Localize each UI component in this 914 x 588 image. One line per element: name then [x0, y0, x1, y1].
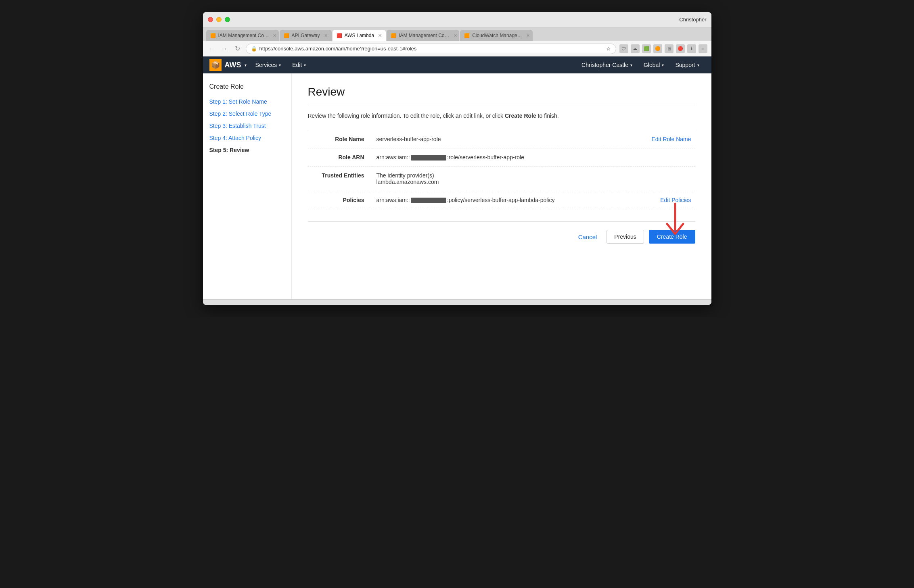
tab-favicon-3: 🟥 — [337, 33, 342, 38]
reload-button[interactable]: ↻ — [233, 44, 243, 54]
url-text: https://console.aws.amazon.com/iam/home?… — [259, 46, 604, 52]
content-description: Review the following role information. T… — [308, 112, 695, 120]
sidebar-title: Create Role — [209, 83, 285, 90]
table-row-role-name: Role Name serverless-buffer-app-role Edi… — [308, 130, 695, 148]
edit-role-name-link[interactable]: Edit Role Name — [651, 136, 691, 142]
sidebar-step-4[interactable]: Step 4: Attach Policy — [209, 135, 285, 141]
extension-icon-6[interactable]: 🔴 — [676, 44, 685, 53]
scrollbar[interactable] — [203, 299, 711, 305]
action-bar: Cancel Previous Create Role — [308, 221, 695, 248]
step3-num: Step 3: — [209, 123, 227, 129]
services-menu[interactable]: Services ▾ — [250, 56, 287, 73]
step3-label: Establish Trust — [229, 123, 266, 129]
tab-iam-2[interactable]: 🟧 IAM Management Co… ✕ — [387, 30, 459, 41]
tab-label-1: IAM Management Co… — [218, 33, 269, 38]
tab-label-5: CloudWatch Manage… — [472, 33, 522, 38]
forward-button[interactable]: → — [220, 44, 230, 54]
cancel-button[interactable]: Cancel — [573, 230, 602, 244]
sidebar-step-2[interactable]: Step 2: Select Role Type — [209, 111, 285, 117]
maximize-button[interactable] — [225, 17, 230, 22]
arn-suffix: :role/serverless-buffer-app-role — [447, 154, 524, 161]
action-trusted-entities — [631, 167, 695, 191]
tab-iam-1[interactable]: 🟧 IAM Management Co… ✕ — [206, 30, 279, 41]
services-label: Services — [255, 62, 277, 68]
sidebar-step-1[interactable]: Step 1: Set Role Name — [209, 98, 285, 105]
bookmark-icon[interactable]: ☆ — [606, 46, 611, 52]
aws-dropdown-icon[interactable]: ▾ — [245, 63, 247, 67]
tab-favicon-1: 🟧 — [210, 33, 216, 38]
value-policies: arn:aws:iam::XXXXXXXXXX:policy/serverles… — [372, 191, 631, 209]
close-button[interactable] — [208, 17, 213, 22]
extension-icon-2[interactable]: ☁ — [631, 44, 640, 53]
main-layout: Create Role Step 1: Set Role Name Step 2… — [203, 73, 711, 299]
value-trusted-entities: The identity provider(s)lambda.amazonaws… — [372, 167, 631, 191]
policy-redacted: XXXXXXXXXX — [411, 198, 446, 203]
policy-suffix: :policy/serverless-buffer-app-lambda-pol… — [447, 197, 555, 203]
tab-label-4: IAM Management Co… — [399, 33, 449, 38]
tab-label-3: AWS Lambda — [345, 33, 374, 38]
previous-button[interactable]: Previous — [607, 230, 644, 244]
aws-logo[interactable]: 📦 AWS ▾ — [209, 59, 247, 71]
user-label: Christopher Castle — [581, 62, 628, 68]
review-table: Role Name serverless-buffer-app-role Edi… — [308, 130, 695, 209]
tab-close-3[interactable]: ✕ — [378, 33, 382, 38]
policy-prefix: arn:aws:iam:: — [376, 197, 410, 203]
url-bar[interactable]: 🔒 https://console.aws.amazon.com/iam/hom… — [246, 44, 616, 54]
browser-user-label: Christopher — [679, 17, 706, 23]
region-label: Global — [644, 62, 660, 68]
tab-api-gateway[interactable]: 🟧 API Gateway ✕ — [280, 30, 332, 41]
tab-close-1[interactable]: ✕ — [273, 33, 276, 38]
region-menu[interactable]: Global ▾ — [638, 56, 669, 73]
aws-cube-icon: 📦 — [209, 59, 222, 71]
table-row-policies: Policies arn:aws:iam::XXXXXXXXXX:policy/… — [308, 191, 695, 209]
extension-icon-4[interactable]: 🟠 — [653, 44, 662, 53]
tab-lambda[interactable]: 🟥 AWS Lambda ✕ — [333, 30, 386, 41]
step5-num: Step 5: — [209, 147, 228, 153]
edit-caret-icon: ▾ — [304, 63, 306, 67]
edit-menu[interactable]: Edit ▾ — [287, 56, 312, 73]
aws-nav-right: Christopher Castle ▾ Global ▾ Support ▾ — [576, 56, 705, 73]
browser-toolbar: 🛡 ☁ 🟩 🟠 🖥 🔴 ℹ ≡ — [619, 44, 707, 53]
services-caret-icon: ▾ — [279, 63, 281, 67]
step4-num: Step 4: — [209, 135, 227, 141]
desc-plain: Review the following role information. T… — [308, 113, 505, 119]
label-role-arn: Role ARN — [308, 148, 372, 167]
aws-brand-text: AWS — [225, 61, 241, 69]
arn-redacted: XXXXXXXXXX — [411, 155, 446, 161]
tab-close-5[interactable]: ✕ — [526, 33, 530, 38]
arn-prefix: arn:aws:iam:: — [376, 154, 410, 161]
label-policies: Policies — [308, 191, 372, 209]
support-caret-icon: ▾ — [697, 63, 699, 67]
tab-bar: 🟧 IAM Management Co… ✕ 🟧 API Gateway ✕ 🟥… — [203, 27, 711, 41]
tab-cloudwatch[interactable]: 🟧 CloudWatch Manage… ✕ — [460, 30, 533, 41]
step4-label: Attach Policy — [228, 135, 261, 141]
extension-icon-7[interactable]: ℹ — [687, 44, 696, 53]
tab-close-4[interactable]: ✕ — [454, 33, 457, 38]
sidebar-step-3[interactable]: Step 3: Establish Trust — [209, 123, 285, 129]
extension-icon-3[interactable]: 🟩 — [642, 44, 651, 53]
back-button[interactable]: ← — [207, 44, 217, 54]
step2-num: Step 2: — [209, 111, 227, 117]
tab-favicon-4: 🟧 — [391, 33, 396, 38]
menu-icon[interactable]: ≡ — [699, 44, 707, 53]
user-caret-icon: ▾ — [630, 63, 632, 67]
action-role-arn — [631, 148, 695, 167]
label-trusted-entities: Trusted Entities — [308, 167, 372, 191]
table-row-trusted-entities: Trusted Entities The identity provider(s… — [308, 167, 695, 191]
ssl-icon: 🔒 — [251, 46, 257, 52]
aws-navbar: 📦 AWS ▾ Services ▾ Edit ▾ Christopher Ca… — [203, 56, 711, 73]
support-menu[interactable]: Support ▾ — [669, 56, 705, 73]
tab-close-2[interactable]: ✕ — [324, 33, 328, 38]
minimize-button[interactable] — [216, 17, 222, 22]
extension-icon-1[interactable]: 🛡 — [619, 44, 628, 53]
value-role-arn: arn:aws:iam::XXXXXXXXXX:role/serverless-… — [372, 148, 631, 167]
content-area: Review Review the following role informa… — [292, 73, 711, 299]
tab-favicon-2: 🟧 — [284, 33, 289, 38]
extension-icon-5[interactable]: 🖥 — [665, 44, 673, 53]
address-bar: ← → ↻ 🔒 https://console.aws.amazon.com/i… — [203, 41, 711, 56]
title-bar: Christopher — [203, 12, 711, 27]
sidebar: Create Role Step 1: Set Role Name Step 2… — [203, 73, 292, 299]
table-row-role-arn: Role ARN arn:aws:iam::XXXXXXXXXX:role/se… — [308, 148, 695, 167]
sidebar-step-5: Step 5: Review — [209, 147, 285, 153]
user-menu[interactable]: Christopher Castle ▾ — [576, 56, 638, 73]
